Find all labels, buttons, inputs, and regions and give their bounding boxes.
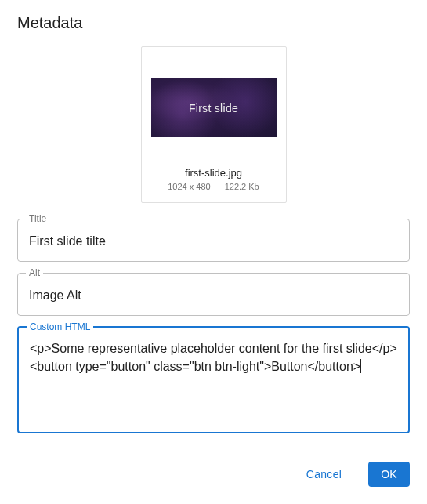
dialog-actions: Cancel OK — [294, 462, 410, 487]
preview-card: First slide first-slide.jpg 1024 x 480 1… — [141, 46, 287, 203]
preview-dimensions: 1024 x 480 — [168, 182, 210, 191]
alt-input[interactable] — [18, 277, 409, 315]
alt-label: Alt — [26, 268, 43, 277]
title-input[interactable] — [18, 223, 409, 261]
preview-slide-label: First slide — [189, 102, 238, 114]
page-title: Metadata — [17, 14, 410, 32]
title-label: Title — [26, 214, 49, 223]
custom-html-label: Custom HTML — [27, 322, 93, 332]
alt-field[interactable]: Alt — [17, 268, 410, 316]
ok-button[interactable]: OK — [368, 462, 410, 487]
preview-thumbnail: First slide — [151, 78, 277, 137]
cancel-button[interactable]: Cancel — [294, 462, 354, 487]
custom-html-field[interactable]: Custom HTML <p>Some representative place… — [17, 322, 410, 433]
title-field[interactable]: Title — [17, 214, 410, 262]
preview-meta: 1024 x 480 122.2 Kb — [168, 182, 259, 191]
preview-filename: first-slide.jpg — [185, 167, 242, 179]
custom-html-input[interactable]: <p>Some representative placeholder conte… — [19, 332, 408, 432]
preview-filesize: 122.2 Kb — [225, 182, 259, 191]
preview-container: First slide first-slide.jpg 1024 x 480 1… — [17, 46, 410, 203]
